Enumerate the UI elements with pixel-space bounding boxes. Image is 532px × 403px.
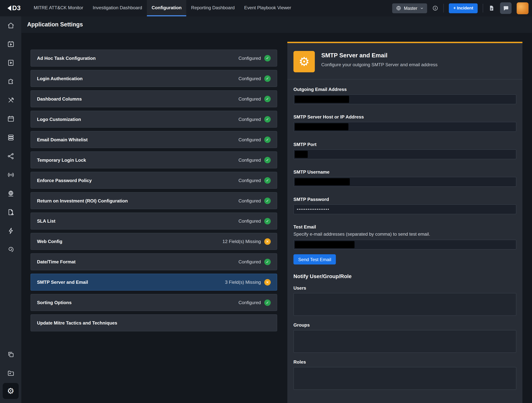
check-circle-icon: ✓ (264, 116, 271, 123)
send-test-email-button[interactable]: Send Test Email (293, 254, 336, 265)
d3-logo-text: D3 (12, 4, 21, 12)
body-row: ⚙ Application Settings Ad Hoc Task Confi… (0, 16, 532, 403)
smtp-username-input[interactable] (293, 177, 516, 187)
test-email-help: Specify e-mail addresses (separated by c… (293, 232, 516, 237)
chevron-down-icon (420, 5, 424, 11)
monitor-play-icon[interactable] (7, 40, 14, 48)
d3-logo-mark-icon (7, 6, 11, 11)
nav-event-playbook-viewer[interactable]: Event Playbook Viewer (239, 0, 296, 16)
outgoing-email-input[interactable] (293, 94, 516, 104)
info-icon[interactable] (432, 5, 438, 11)
groups-multiselect[interactable] (293, 330, 516, 353)
nav-mitre-attack-monitor[interactable]: MITRE ATT&CK Monitor (29, 0, 88, 16)
settings-row-temporary-login-lock[interactable]: Temporary Login Lock Configured✓ (31, 151, 277, 169)
settings-row-logo-customization[interactable]: Logo Customization Configured✓ (31, 111, 277, 128)
users-label: Users (293, 286, 516, 291)
settings-row-update-mitre-tactics[interactable]: Update Mitre Tactics and Techniques (31, 314, 277, 331)
test-email-input[interactable] (293, 240, 516, 249)
settings-row-ad-hoc-task[interactable]: Ad Hoc Task Configuration Configured✓ (31, 50, 277, 67)
document-icon[interactable] (488, 5, 495, 12)
password-dots: •••••••••••••••••• (294, 205, 516, 214)
globe-icon[interactable] (7, 190, 14, 197)
broadcast-icon[interactable] (7, 171, 14, 179)
content: Ad Hoc Task Configuration Configured✓ Lo… (21, 33, 532, 403)
layers-icon[interactable] (7, 134, 14, 141)
gear-icon: ⚙ (293, 51, 315, 72)
calendar-icon[interactable] (7, 115, 14, 123)
notify-heading: Notify User/Group/Role (293, 273, 516, 280)
smtp-password-input[interactable]: •••••••••••••••••• (293, 204, 516, 214)
check-circle-icon: ✓ (264, 55, 271, 61)
main-area: Application Settings Ad Hoc Task Configu… (21, 16, 532, 403)
outgoing-email-label: Outgoing Email Address (293, 87, 516, 92)
check-circle-icon: ✓ (264, 136, 271, 143)
settings-row-dashboard-columns[interactable]: Dashboard Columns Configured✓ (31, 90, 277, 107)
panel-column: ⚙ SMTP Server and Email Configure your o… (287, 33, 522, 403)
settings-row-smtp-server-and-email[interactable]: SMTP Server and Email 3 Field(s) Missing… (31, 273, 277, 291)
settings-row-sorting-options[interactable]: Sorting Options Configured✓ (31, 294, 277, 311)
panel-title: SMTP Server and Email (321, 52, 437, 59)
nav-configuration[interactable]: Configuration (147, 0, 186, 16)
app-root: D3 MITRE ATT&CK Monitor Investigation Da… (0, 0, 532, 403)
settings-row-web-config[interactable]: Web Config 12 Field(s) Missing✕ (31, 233, 277, 250)
redacted-value (295, 123, 348, 130)
check-circle-icon: ✓ (264, 197, 271, 204)
settings-gear-icon[interactable]: ⚙ (3, 383, 19, 399)
master-dropdown-label: Master (404, 6, 417, 11)
folder-icon[interactable] (7, 369, 14, 377)
check-circle-icon: ✓ (264, 156, 271, 163)
home-icon[interactable] (7, 22, 14, 29)
settings-list: Ad Hoc Task Configuration Configured✓ Lo… (31, 33, 277, 403)
smtp-port-input[interactable] (293, 150, 516, 159)
check-circle-icon: ✓ (264, 299, 271, 306)
panel-body: Outgoing Email Address SMTP Server Host … (287, 79, 522, 390)
users-multiselect[interactable] (293, 293, 516, 316)
settings-row-enforce-password-policy[interactable]: Enforce Password Policy Configured✓ (31, 172, 277, 189)
topnav-actions: Master + Incident (392, 2, 528, 14)
check-circle-icon: ✓ (264, 259, 271, 265)
roles-multiselect[interactable] (293, 367, 516, 390)
d3-logo[interactable]: D3 (7, 4, 21, 12)
nav-reporting-dashboard[interactable]: Reporting Dashboard (186, 0, 239, 16)
settings-row-roi-configuration[interactable]: Return on Investment (ROI) Configuration… (31, 192, 277, 209)
check-circle-icon: ✓ (264, 96, 271, 102)
globe-icon (395, 5, 401, 11)
smtp-settings-panel: ⚙ SMTP Server and Email Configure your o… (287, 42, 522, 403)
smtp-username-label: SMTP Username (293, 169, 516, 175)
roles-label: Roles (293, 360, 516, 365)
copy-icon[interactable] (7, 351, 14, 358)
cross-circle-icon: ✕ (264, 238, 271, 245)
redacted-value (295, 178, 350, 185)
page-header: Application Settings (21, 16, 532, 33)
new-incident-button[interactable]: + Incident (449, 3, 477, 13)
settings-row-sla-list[interactable]: SLA List Configured✓ (31, 212, 277, 229)
icon-sidebar: ⚙ (0, 16, 21, 403)
check-circle-icon: ✓ (264, 75, 271, 82)
master-dropdown[interactable]: Master (392, 3, 427, 13)
primary-nav: MITRE ATT&CK Monitor Investigation Dashb… (29, 0, 296, 16)
smtp-password-label: SMTP Password (293, 197, 516, 202)
chat-icon[interactable] (500, 2, 512, 14)
settings-row-email-domain-whitelist[interactable]: Email Domain Whitelist Configured✓ (31, 131, 277, 148)
settings-row-login-authentication[interactable]: Login Authentication Configured✓ (31, 70, 277, 87)
fingerprint-icon[interactable] (7, 246, 14, 254)
lightning-icon[interactable] (7, 227, 14, 235)
document-alert-icon[interactable] (7, 208, 14, 216)
test-email-label: Test Email (293, 224, 516, 229)
smtp-host-label: SMTP Server Host or IP Address (293, 114, 516, 119)
puzzle-icon[interactable] (7, 78, 14, 85)
tools-icon[interactable] (7, 96, 14, 104)
file-play-icon[interactable] (7, 59, 14, 67)
smtp-host-input[interactable] (293, 122, 516, 132)
divider (443, 4, 444, 13)
user-avatar[interactable] (517, 2, 529, 14)
panel-header: ⚙ SMTP Server and Email Configure your o… (287, 43, 522, 80)
settings-row-date-time-format[interactable]: Date/Time Format Configured✓ (31, 253, 277, 270)
share-network-icon[interactable] (7, 152, 14, 160)
sidebar-bottom-group: ⚙ (3, 351, 19, 403)
panel-header-text: SMTP Server and Email Configure your out… (321, 51, 437, 72)
redacted-value (295, 151, 308, 158)
redacted-value (295, 96, 349, 103)
redacted-value (295, 241, 355, 248)
nav-investigation-dashboard[interactable]: Investigation Dashboard (88, 0, 147, 16)
